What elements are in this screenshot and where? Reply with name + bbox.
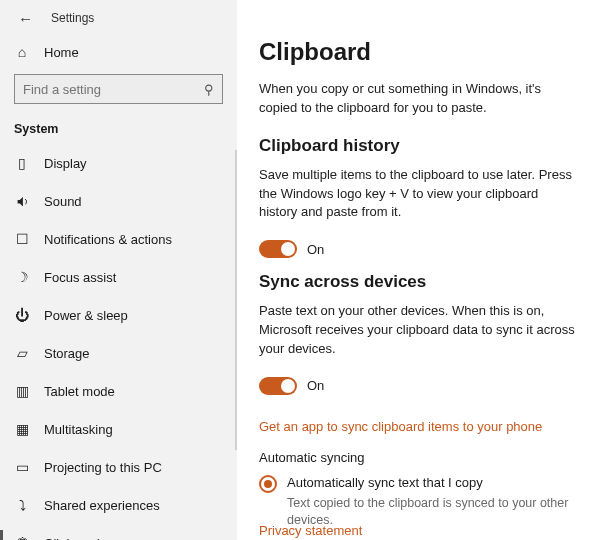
toggle-knob: [281, 379, 295, 393]
back-button[interactable]: ←: [18, 10, 33, 27]
search-icon: ⚲: [204, 82, 214, 97]
privacy-link[interactable]: Privacy statement: [259, 523, 362, 538]
main-content: Clipboard When you copy or cut something…: [237, 0, 600, 540]
notifications-icon: ☐: [14, 231, 30, 247]
search-wrap: ⚲: [0, 68, 237, 112]
sidebar-item-shared-experiences[interactable]: ⤵Shared experiences: [0, 486, 237, 524]
shared-icon: ⤵: [14, 497, 30, 513]
focus-assist-icon: ☽: [14, 269, 30, 285]
history-toggle-state: On: [307, 242, 324, 257]
sidebar-item-home[interactable]: ⌂ Home: [0, 36, 237, 68]
sidebar-item-multitasking[interactable]: ▦Multitasking: [0, 410, 237, 448]
page-title: Clipboard: [259, 38, 578, 66]
home-label: Home: [44, 45, 79, 60]
history-toggle[interactable]: [259, 240, 297, 258]
sidebar-item-label: Storage: [44, 346, 90, 361]
sync-toggle-state: On: [307, 378, 324, 393]
sidebar-item-notifications[interactable]: ☐Notifications & actions: [0, 220, 237, 258]
sidebar-item-label: Notifications & actions: [44, 232, 172, 247]
sidebar-item-display[interactable]: ▯Display: [0, 144, 237, 182]
sidebar-item-storage[interactable]: ▱Storage: [0, 334, 237, 372]
sidebar-item-label: Multitasking: [44, 422, 113, 437]
sidebar-item-tablet-mode[interactable]: ▥Tablet mode: [0, 372, 237, 410]
auto-sync-radio[interactable]: [259, 475, 277, 493]
sidebar-item-label: Clipboard: [44, 536, 100, 541]
toggle-knob: [281, 242, 295, 256]
auto-sync-label: Automatically sync text that I copy: [287, 475, 483, 490]
nav-list: ▯Display 🔉︎Sound ☐Notifications & action…: [0, 144, 237, 540]
settings-sidebar: ← Settings ⌂ Home ⚲ System ▯Display 🔉︎So…: [0, 0, 237, 540]
auto-sync-heading: Automatic syncing: [259, 450, 578, 465]
power-icon: ⏻: [14, 307, 30, 323]
category-heading: System: [0, 112, 237, 142]
sync-toggle[interactable]: [259, 377, 297, 395]
topbar: ← Settings: [0, 0, 237, 36]
sidebar-item-label: Power & sleep: [44, 308, 128, 323]
sidebar-item-label: Tablet mode: [44, 384, 115, 399]
sidebar-item-label: Display: [44, 156, 87, 171]
history-heading: Clipboard history: [259, 136, 578, 156]
storage-icon: ▱: [14, 345, 30, 361]
sidebar-item-clipboard[interactable]: 📋︎Clipboard: [0, 524, 237, 540]
sidebar-item-projecting[interactable]: ▭Projecting to this PC: [0, 448, 237, 486]
sidebar-item-power-sleep[interactable]: ⏻Power & sleep: [0, 296, 237, 334]
sync-desc: Paste text on your other devices. When t…: [259, 302, 578, 359]
sync-heading: Sync across devices: [259, 272, 578, 292]
sidebar-item-focus-assist[interactable]: ☽Focus assist: [0, 258, 237, 296]
sidebar-item-label: Shared experiences: [44, 498, 160, 513]
sidebar-item-label: Projecting to this PC: [44, 460, 162, 475]
sync-app-link[interactable]: Get an app to sync clipboard items to yo…: [259, 419, 542, 434]
home-icon: ⌂: [14, 44, 30, 60]
sidebar-item-label: Sound: [44, 194, 82, 209]
search-input[interactable]: ⚲: [14, 74, 223, 104]
page-intro: When you copy or cut something in Window…: [259, 80, 578, 118]
projecting-icon: ▭: [14, 459, 30, 475]
app-title: Settings: [51, 11, 94, 25]
sound-icon: 🔉︎: [14, 193, 30, 209]
radio-dot: [264, 480, 272, 488]
search-field[interactable]: [23, 82, 204, 97]
tablet-icon: ▥: [14, 383, 30, 399]
history-desc: Save multiple items to the clipboard to …: [259, 166, 578, 223]
sidebar-item-label: Focus assist: [44, 270, 116, 285]
sidebar-item-sound[interactable]: 🔉︎Sound: [0, 182, 237, 220]
clipboard-icon: 📋︎: [14, 535, 30, 540]
multitasking-icon: ▦: [14, 421, 30, 437]
display-icon: ▯: [14, 155, 30, 171]
